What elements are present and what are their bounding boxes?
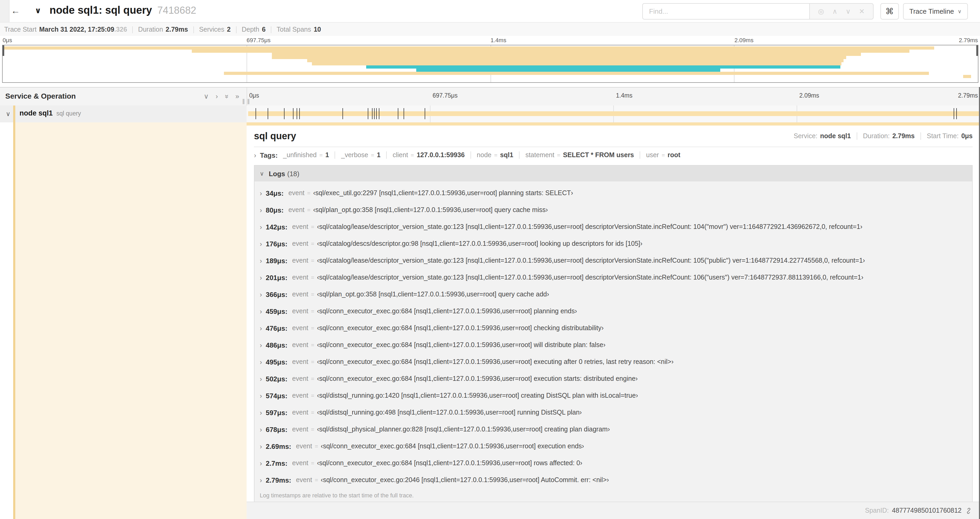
span-id-value: 4877749850101760812 (892, 507, 962, 514)
log-marker-tick[interactable] (284, 108, 285, 119)
services-value: 2 (227, 26, 231, 33)
log-row[interactable]: ›502μs:event=‹sql/conn_executor_exec.go:… (255, 370, 972, 387)
log-row[interactable]: ›201μs:event=‹sql/catalog/lease/descript… (255, 269, 972, 286)
view-dropdown-button[interactable]: Trace Timeline ∨ (903, 3, 968, 19)
log-timestamp: 597μs: (266, 409, 287, 417)
tag-item[interactable]: user=root (646, 152, 681, 159)
log-marker-tick[interactable] (377, 108, 377, 119)
log-row[interactable]: ›486μs:event=‹sql/conn_executor_exec.go:… (255, 337, 972, 353)
minimap-canvas[interactable] (2, 45, 978, 83)
chevron-down-icon[interactable]: ∨ (6, 110, 11, 118)
equals-sign: = (371, 152, 374, 158)
minimap-tick-label: 1.4ms (490, 37, 506, 43)
log-row[interactable]: ›189μs:event=‹sql/catalog/lease/descript… (255, 252, 972, 269)
link-icon[interactable] (965, 507, 972, 514)
expanded-span-indent (15, 122, 247, 519)
minimap-tick-label: 697.75μs (247, 37, 270, 43)
equals-sign: = (311, 224, 314, 230)
clear-search-icon[interactable]: ✕ (859, 8, 865, 14)
log-marker-tick[interactable] (299, 108, 300, 119)
tag-item[interactable]: statement=SELECT * FROM users (525, 152, 634, 159)
chevron-down-icon[interactable]: ∨ (204, 92, 208, 101)
double-chevron-right-icon[interactable]: » (235, 92, 239, 101)
log-marker-tick[interactable] (425, 108, 425, 119)
equals-sign: = (311, 325, 314, 331)
tag-item[interactable]: _unfinished=1 (283, 152, 329, 159)
log-field-name: event (292, 358, 308, 366)
divider (640, 152, 640, 159)
log-field-name: event (292, 426, 308, 433)
log-row[interactable]: ›2.69ms:event=‹sql/conn_executor_exec.go… (255, 438, 972, 455)
chevron-right-icon: › (260, 459, 262, 467)
log-timestamp: 142μs: (266, 223, 287, 231)
title-collapse-chevron-icon[interactable]: ∨ (35, 6, 41, 15)
log-row[interactable]: ›678μs:event=‹sql/distsql_physical_plann… (255, 421, 972, 438)
log-marker-tick[interactable] (372, 108, 372, 119)
locate-icon[interactable]: ◎ (818, 8, 824, 14)
chevron-right-icon[interactable]: › (215, 92, 218, 101)
search-input[interactable] (642, 3, 809, 19)
log-row[interactable]: ›142μs:event=‹sql/catalog/lease/descript… (255, 218, 972, 235)
log-timestamp: 459μs: (266, 307, 287, 315)
tag-item[interactable]: client=127.0.0.1:59936 (393, 152, 465, 159)
keyboard-shortcuts-button[interactable]: ⌘ (880, 3, 899, 19)
minimap-span-bar (307, 59, 843, 62)
equals-sign: = (315, 477, 318, 483)
minimap-right-drag-handle[interactable] (976, 45, 978, 56)
log-marker-tick[interactable] (296, 108, 297, 119)
minimap-tick-label: 2.79ms (959, 37, 978, 43)
prev-match-icon[interactable]: ∧ (832, 8, 837, 14)
log-row[interactable]: ›176μs:event=‹sql/catalog/descs/descript… (255, 235, 972, 252)
log-row[interactable]: ›495μs:event=‹sql/conn_executor_exec.go:… (255, 353, 972, 370)
log-marker-tick[interactable] (343, 108, 343, 119)
log-marker-tick[interactable] (404, 108, 404, 119)
vertical-scrollbar[interactable] (979, 87, 980, 519)
minimap-left-drag-handle[interactable] (3, 45, 4, 56)
span-duration-bar (247, 122, 980, 126)
span-row-bar-cell[interactable] (247, 105, 980, 122)
log-marker-tick[interactable] (956, 108, 957, 119)
log-row[interactable]: ›80μs:event=‹sql/plan_opt.go:358 [nsql1,… (255, 201, 972, 218)
minimap-span-bar (272, 56, 846, 59)
start-time-value: 0μs (961, 133, 973, 140)
log-row[interactable]: ›366μs:event=‹sql/plan_opt.go:358 [nsql1… (255, 286, 972, 303)
log-marker-tick[interactable] (268, 108, 269, 119)
span-bar[interactable] (248, 111, 980, 116)
divider (519, 152, 520, 159)
log-value: ‹sql/distsql_running.go:1420 [nsql1,clie… (317, 392, 638, 399)
log-row[interactable]: ›459μs:event=‹sql/conn_executor_exec.go:… (255, 303, 972, 319)
log-marker-tick[interactable] (255, 108, 256, 119)
log-marker-tick[interactable] (379, 108, 379, 119)
top-bar: ← ∨ node sql1: sql query7418682 ◎ ∧ ∨ ✕ … (0, 0, 980, 22)
log-field-name: event (292, 392, 308, 399)
log-row[interactable]: ›2.7ms:event=‹sql/conn_executor_exec.go:… (255, 455, 972, 471)
minimap-span-bar (963, 75, 971, 78)
span-row[interactable]: ∨ node sql1sql query (0, 105, 980, 122)
back-icon[interactable]: ← (11, 5, 20, 18)
log-field-name: event (296, 476, 312, 484)
log-row[interactable]: ›476μs:event=‹sql/conn_executor_exec.go:… (255, 319, 972, 337)
minimap-tick-label: 0μs (3, 37, 12, 43)
minimap-span-bar (416, 69, 721, 72)
log-marker-tick[interactable] (398, 108, 398, 119)
tag-item[interactable]: node=sql1 (477, 152, 514, 159)
tags-row[interactable]: › Tags: _unfinished=1_verbose=1client=12… (254, 147, 973, 163)
log-row[interactable]: ›574μs:event=‹sql/distsql_running.go:142… (255, 387, 972, 404)
span-row-name-cell[interactable]: ∨ node sql1sql query (0, 105, 247, 122)
log-timestamp: 502μs: (266, 375, 287, 383)
log-row[interactable]: ›597μs:event=‹sql/distsql_running.go:498… (255, 404, 972, 421)
chevron-right-icon: › (260, 307, 262, 315)
log-marker-tick[interactable] (293, 108, 293, 119)
log-marker-tick[interactable] (954, 108, 954, 119)
logs-header[interactable]: ∨ Logs (18) (254, 165, 973, 181)
equals-sign: = (307, 207, 310, 213)
timeline-tick-label: 2.09ms (799, 92, 819, 99)
log-row[interactable]: ›34μs:event=‹sql/exec_util.go:2297 [nsql… (255, 185, 972, 201)
tag-item[interactable]: _verbose=1 (341, 152, 381, 159)
page-title: node sql1: sql query7418682 (49, 4, 196, 16)
log-row[interactable]: ›2.79ms:event=‹sql/conn_executor_exec.go… (255, 471, 972, 489)
next-match-icon[interactable]: ∨ (846, 8, 851, 14)
log-marker-tick[interactable] (374, 108, 375, 119)
log-marker-tick[interactable] (368, 108, 368, 119)
double-chevron-down-icon[interactable]: » (222, 95, 231, 98)
